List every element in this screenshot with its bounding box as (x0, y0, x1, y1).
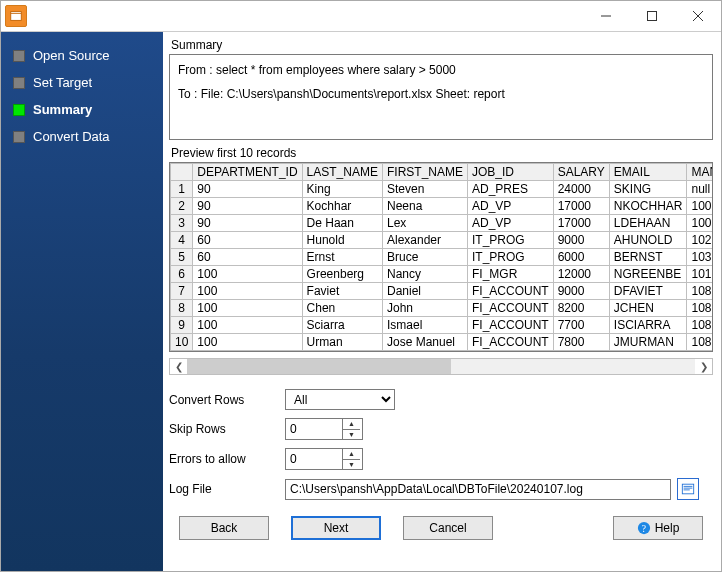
skip-rows-label: Skip Rows (169, 422, 279, 436)
step-summary[interactable]: Summary (9, 96, 163, 123)
errors-allow-label: Errors to allow (169, 452, 279, 466)
spinner-down[interactable]: ▼ (343, 430, 360, 440)
step-bullet-icon (13, 104, 25, 116)
scroll-thumb[interactable] (187, 359, 451, 374)
spinner-up[interactable]: ▲ (343, 419, 360, 430)
table-cell: FI_MGR (467, 266, 553, 283)
table-row[interactable]: 390De HaanLexAD_VP17000LDEHAAN100 (171, 215, 714, 232)
table-cell: FI_ACCOUNT (467, 300, 553, 317)
table-row[interactable]: 8100ChenJohnFI_ACCOUNT8200JCHEN108 (171, 300, 714, 317)
row-number-cell: 4 (171, 232, 193, 249)
table-cell: FI_ACCOUNT (467, 317, 553, 334)
log-file-input[interactable] (285, 479, 671, 500)
table-cell: Faviet (302, 283, 382, 300)
column-header[interactable]: JOB_ID (467, 164, 553, 181)
table-row[interactable]: 290KochharNeenaAD_VP17000NKOCHHAR100 (171, 198, 714, 215)
table-cell: Nancy (382, 266, 467, 283)
minimize-button[interactable] (583, 1, 629, 31)
table-cell: 100 (193, 317, 302, 334)
table-cell: Alexander (382, 232, 467, 249)
spinner-down[interactable]: ▼ (343, 460, 360, 470)
table-cell: SKING (609, 181, 687, 198)
table-cell: Neena (382, 198, 467, 215)
table-cell: Hunold (302, 232, 382, 249)
column-header[interactable]: EMAIL (609, 164, 687, 181)
svg-rect-2 (682, 484, 693, 494)
table-cell: IT_PROG (467, 232, 553, 249)
step-set-target[interactable]: Set Target (9, 69, 163, 96)
table-cell: 60 (193, 249, 302, 266)
table-cell: 100 (193, 266, 302, 283)
summary-title: Summary (171, 38, 713, 52)
table-cell: NKOCHHAR (609, 198, 687, 215)
table-cell: 7700 (553, 317, 609, 334)
summary-from: From : select * from employees where sal… (178, 61, 704, 79)
table-cell: 24000 (553, 181, 609, 198)
table-cell: 108 (687, 317, 713, 334)
column-header[interactable]: DEPARTMENT_ID (193, 164, 302, 181)
errors-allow-input[interactable] (286, 449, 342, 469)
scroll-right-arrow[interactable]: ❯ (695, 359, 712, 374)
column-header[interactable]: LAST_NAME (302, 164, 382, 181)
back-button[interactable]: Back (179, 516, 269, 540)
step-convert-data[interactable]: Convert Data (9, 123, 163, 150)
table-cell: IT_PROG (467, 249, 553, 266)
svg-text:?: ? (642, 523, 646, 534)
table-row[interactable]: 6100GreenbergNancyFI_MGR12000NGREENBE101 (171, 266, 714, 283)
close-button[interactable] (675, 1, 721, 31)
table-cell: ISCIARRA (609, 317, 687, 334)
preview-title: Preview first 10 records (171, 146, 713, 160)
table-row[interactable]: 7100FavietDanielFI_ACCOUNT9000DFAVIET108 (171, 283, 714, 300)
wizard-buttons: Back Next Cancel ? Help (169, 500, 713, 554)
table-row[interactable]: 10100UrmanJose ManuelFI_ACCOUNT7800JMURM… (171, 334, 714, 351)
table-row[interactable]: 190KingStevenAD_PRES24000SKINGnull (171, 181, 714, 198)
column-header[interactable]: FIRST_NAME (382, 164, 467, 181)
table-row[interactable]: 9100SciarraIsmaelFI_ACCOUNT7700ISCIARRA1… (171, 317, 714, 334)
skip-rows-spinner: ▲▼ (285, 418, 363, 440)
row-number-cell: 8 (171, 300, 193, 317)
spinner-up[interactable]: ▲ (343, 449, 360, 460)
table-cell: Urman (302, 334, 382, 351)
cancel-button[interactable]: Cancel (403, 516, 493, 540)
table-cell: AD_PRES (467, 181, 553, 198)
table-cell: 100 (193, 300, 302, 317)
table-cell: AHUNOLD (609, 232, 687, 249)
app-icon (5, 5, 27, 27)
step-bullet-icon (13, 131, 25, 143)
maximize-button[interactable] (629, 1, 675, 31)
table-cell: 100 (687, 215, 713, 232)
convert-rows-select[interactable]: All (285, 389, 395, 410)
table-cell: FI_ACCOUNT (467, 334, 553, 351)
row-number-header (171, 164, 193, 181)
scroll-left-arrow[interactable]: ❮ (170, 359, 187, 374)
table-cell: Ernst (302, 249, 382, 266)
skip-rows-input[interactable] (286, 419, 342, 439)
table-cell: 6000 (553, 249, 609, 266)
table-cell: Chen (302, 300, 382, 317)
column-header[interactable]: MANAG (687, 164, 713, 181)
table-cell: 108 (687, 300, 713, 317)
scroll-track[interactable] (187, 359, 695, 374)
table-cell: 101 (687, 266, 713, 283)
errors-allow-spinner: ▲▼ (285, 448, 363, 470)
table-cell: 103 (687, 249, 713, 266)
table-cell: BERNST (609, 249, 687, 266)
row-number-cell: 1 (171, 181, 193, 198)
wizard-sidebar: Open Source Set Target Summary Convert D… (1, 32, 163, 571)
table-cell: LDEHAAN (609, 215, 687, 232)
step-open-source[interactable]: Open Source (9, 42, 163, 69)
column-header[interactable]: SALARY (553, 164, 609, 181)
table-cell: Lex (382, 215, 467, 232)
table-row[interactable]: 460HunoldAlexanderIT_PROG9000AHUNOLD102 (171, 232, 714, 249)
table-cell: 17000 (553, 198, 609, 215)
table-cell: 100 (193, 334, 302, 351)
table-row[interactable]: 560ErnstBruceIT_PROG6000BERNST103 (171, 249, 714, 266)
browse-log-button[interactable] (677, 478, 699, 500)
table-cell: 9000 (553, 283, 609, 300)
table-cell: 9000 (553, 232, 609, 249)
convert-rows-label: Convert Rows (169, 393, 279, 407)
table-header-row: DEPARTMENT_ID LAST_NAME FIRST_NAME JOB_I… (171, 164, 714, 181)
help-button[interactable]: ? Help (613, 516, 703, 540)
horizontal-scrollbar[interactable]: ❮ ❯ (169, 358, 713, 375)
next-button[interactable]: Next (291, 516, 381, 540)
